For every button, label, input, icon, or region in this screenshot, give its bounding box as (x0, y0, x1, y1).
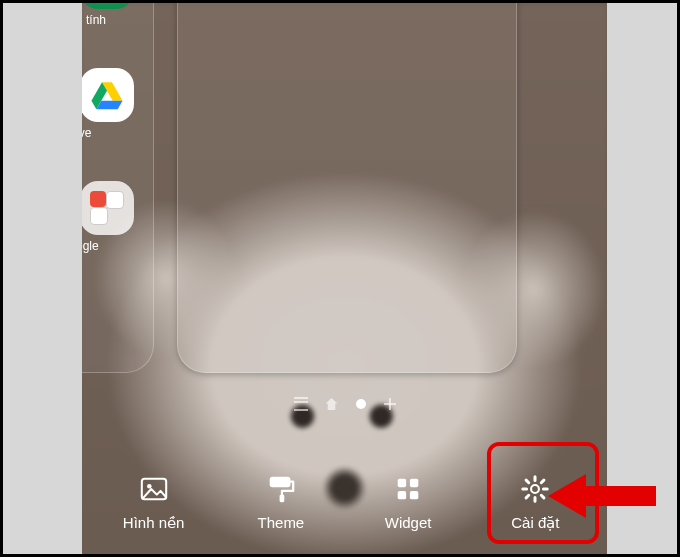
app-label: ive (82, 126, 146, 140)
svg-point-4 (147, 484, 152, 489)
drive-glyph (90, 80, 124, 110)
svg-point-11 (531, 485, 539, 493)
theme-button[interactable]: Theme (225, 464, 337, 538)
svg-rect-9 (398, 491, 406, 499)
svg-marker-12 (548, 474, 656, 518)
add-page-icon[interactable] (384, 398, 396, 410)
phone-viewport: g tính ive ogle (82, 3, 607, 554)
svg-rect-7 (398, 479, 406, 487)
page-dot-current[interactable] (356, 399, 366, 409)
widget-button[interactable]: Widget (352, 464, 464, 538)
sheets-icon[interactable] (82, 3, 134, 9)
wallpaper-button[interactable]: Hình nền (98, 464, 210, 538)
action-label: Widget (385, 514, 432, 531)
adjacent-screen-preview[interactable]: g tính ive ogle (82, 3, 154, 373)
svg-rect-5 (271, 478, 290, 486)
action-label: Hình nền (123, 514, 185, 532)
action-label: Theme (258, 514, 305, 531)
screenshot-frame: g tính ive ogle (0, 0, 680, 557)
svg-rect-10 (410, 491, 418, 499)
launcher-edit-actions: Hình nền Theme Widget (82, 464, 607, 538)
mini-app-icon (106, 191, 124, 209)
image-icon (139, 474, 169, 504)
drive-icon[interactable] (82, 68, 134, 122)
page-indicator[interactable] (82, 397, 607, 411)
menu-page-icon[interactable] (294, 397, 308, 411)
svg-rect-8 (410, 479, 418, 487)
home-page-icon[interactable] (326, 398, 338, 410)
grid-icon (393, 474, 423, 504)
folder-icon[interactable] (82, 181, 134, 235)
svg-rect-6 (279, 495, 284, 503)
red-arrow-annotation (548, 468, 658, 524)
gear-icon (520, 474, 550, 504)
app-label: g tính (82, 13, 146, 27)
app-label: ogle (82, 239, 146, 253)
home-screen-preview[interactable] (177, 3, 517, 373)
mini-app-icon (90, 191, 106, 207)
mini-app-icon (90, 207, 108, 225)
paint-roller-icon (266, 474, 296, 504)
